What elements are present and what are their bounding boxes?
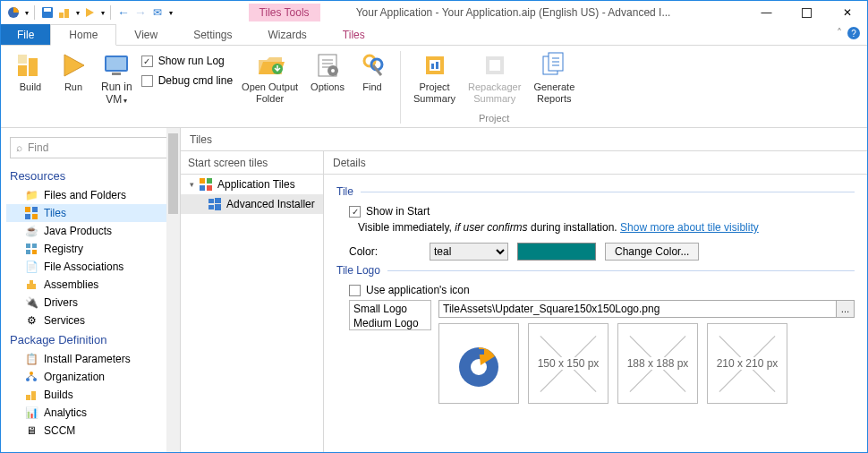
save-icon[interactable] [40,5,55,20]
mail-icon[interactable]: ✉ [150,5,165,20]
run-button[interactable]: Run [55,49,92,95]
change-color-button[interactable]: Change Color... [605,243,699,261]
ribbon-group-project: Project [479,113,509,125]
section-resources: Resources [6,166,180,186]
logo-thumb-150[interactable]: 150 x 150 px [528,323,608,404]
sidebar-item-sccm[interactable]: 🖥SCCM [6,422,180,440]
context-tab-tiles-tools: Tiles Tools [249,4,320,21]
svg-rect-29 [25,214,30,219]
svg-rect-32 [32,244,37,248]
run-icon[interactable] [82,5,97,20]
sidebar-find-input[interactable]: ⌕ Find [10,137,173,158]
sccm-icon: 🖥 [24,423,38,438]
file-assoc-icon: 📄 [24,260,38,274]
tab-home[interactable]: Home [50,24,116,46]
sidebar-item-organization[interactable]: Organization [6,368,180,386]
svg-rect-52 [479,349,484,355]
logo-thumb-188[interactable]: 188 x 188 px [617,323,698,404]
svg-rect-46 [208,199,214,203]
svg-rect-36 [30,280,33,284]
ribbon-collapse-icon[interactable]: ˄ [837,27,842,39]
analytics-icon: 📊 [24,406,38,420]
org-icon [24,370,38,384]
tab-file[interactable]: File [1,24,50,45]
svg-point-15 [331,69,335,73]
sidebar-item-java[interactable]: ☕Java Products [6,222,180,240]
sidebar-item-builds[interactable]: Builds [6,386,180,404]
svg-rect-44 [200,185,205,191]
build-button[interactable]: Build [12,49,49,95]
details-header: Details [324,151,867,175]
logo-size-list[interactable]: Small Logo Medium Logo [349,300,431,330]
svg-rect-48 [208,205,214,209]
run-dropdown[interactable]: ▾ [101,9,105,17]
show-in-start-checkbox[interactable]: ✓Show in Start [349,205,430,218]
build-dropdown[interactable]: ▾ [76,9,80,17]
maximize-button[interactable] [787,1,827,24]
logo-thumb-210[interactable]: 210 x 210 px [707,323,787,404]
sidebar-item-assemblies[interactable]: Assemblies [6,276,180,294]
tab-tiles[interactable]: Tiles [325,24,383,45]
visibility-link[interactable]: Show more about tile visiblity [620,221,759,234]
tab-settings[interactable]: Settings [175,24,250,45]
logo-path-input[interactable] [438,300,837,318]
sidebar-item-files-folders[interactable]: 📁Files and Folders [6,186,180,204]
svg-rect-41 [31,391,36,400]
tile-group-header: Tile [336,185,855,198]
svg-rect-10 [106,57,126,70]
svg-rect-42 [200,178,205,184]
tab-wizards[interactable]: Wizards [251,24,325,45]
svg-rect-24 [489,60,500,71]
svg-rect-47 [215,198,221,203]
sidebar-item-drivers[interactable]: 🔌Drivers [6,294,180,312]
options-button[interactable]: Options [307,49,348,95]
close-button[interactable]: ✕ [827,1,867,24]
back-icon[interactable]: ← [116,5,131,20]
sidebar-item-tiles[interactable]: Tiles [6,204,180,222]
builds-icon [24,388,38,402]
sidebar-scrollbar[interactable] [166,128,180,452]
main-title: Tiles [181,128,867,151]
app-tiles-icon [199,177,213,192]
sidebar-item-install-params[interactable]: 📋Install Parameters [6,350,180,368]
sidebar-item-file-assoc[interactable]: 📄File Associations [6,258,180,276]
sidebar-item-analytics[interactable]: 📊Analytics [6,404,180,422]
logo-preview-icon [452,337,506,390]
project-summary-button[interactable]: Project Summary [410,49,459,106]
sidebar: ⌕ Find Resources 📁Files and Folders Tile… [1,128,180,452]
svg-rect-11 [112,73,121,75]
browse-button[interactable]: … [837,300,855,318]
svg-rect-33 [26,250,30,254]
qat-dropdown[interactable]: ▾ [25,9,29,17]
collapse-icon[interactable]: ▾ [190,180,194,189]
tab-view[interactable]: View [116,24,175,45]
svg-rect-21 [431,64,434,69]
generate-reports-button[interactable]: Generate Reports [530,49,578,106]
search-icon: ⌕ [16,141,22,154]
show-run-log-checkbox[interactable]: ✓Show run Log [141,55,233,67]
debug-cmd-checkbox[interactable]: Debug cmd line [141,74,233,87]
svg-rect-49 [215,204,221,210]
svg-rect-34 [32,250,37,254]
build-icon[interactable] [57,5,72,20]
svg-rect-3 [59,13,64,18]
help-icon[interactable]: ? [847,27,860,39]
color-label: Color: [349,245,421,258]
svg-rect-22 [436,62,438,69]
svg-rect-43 [207,178,212,184]
tile-tree-adv-installer[interactable]: Advanced Installer [181,194,323,214]
tile-tree-app-tiles[interactable]: ▾ Application Tiles [181,175,323,194]
find-button[interactable]: Find [353,49,391,95]
open-output-folder-button[interactable]: Open Output Folder [238,49,302,106]
svg-rect-45 [207,185,212,191]
sidebar-item-services[interactable]: ⚙Services [6,312,180,329]
use-app-icon-checkbox[interactable]: Use application's icon [349,284,470,296]
sidebar-item-registry[interactable]: Registry [6,240,180,258]
color-swatch [517,243,596,261]
color-select[interactable]: teal [430,243,508,261]
run-vm-button[interactable]: Run in VM▾ [98,49,136,108]
logo-thumb-preview[interactable] [438,323,519,404]
forward-icon[interactable]: → [133,5,148,20]
minimize-button[interactable]: — [746,1,787,24]
window-title: Your Application - Your Application.aip … [356,6,671,19]
